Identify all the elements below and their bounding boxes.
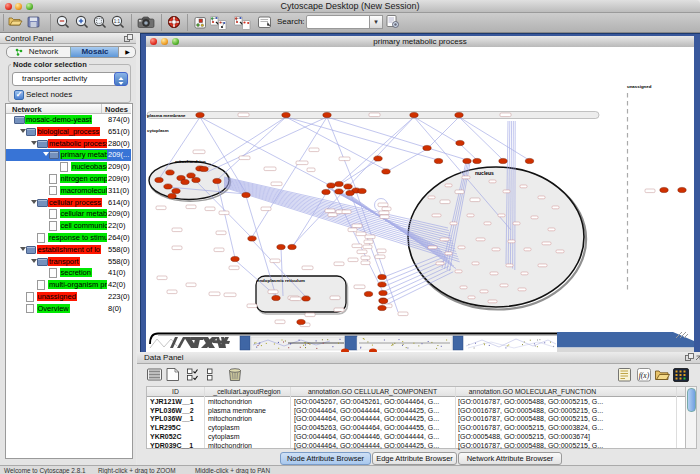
svg-text:mitochondrion: mitochondrion <box>175 159 206 164</box>
svg-text:nucleus: nucleus <box>475 170 494 176</box>
svg-text:1:1: 1:1 <box>114 19 121 24</box>
svg-text:unassigned: unassigned <box>627 84 652 89</box>
svg-text:endoplasmic reticulum: endoplasmic reticulum <box>257 278 305 283</box>
svg-text:cytoplasm: cytoplasm <box>147 128 169 133</box>
svg-text:plasma membrane: plasma membrane <box>147 113 186 118</box>
svg-text:f(x): f(x) <box>639 371 650 380</box>
